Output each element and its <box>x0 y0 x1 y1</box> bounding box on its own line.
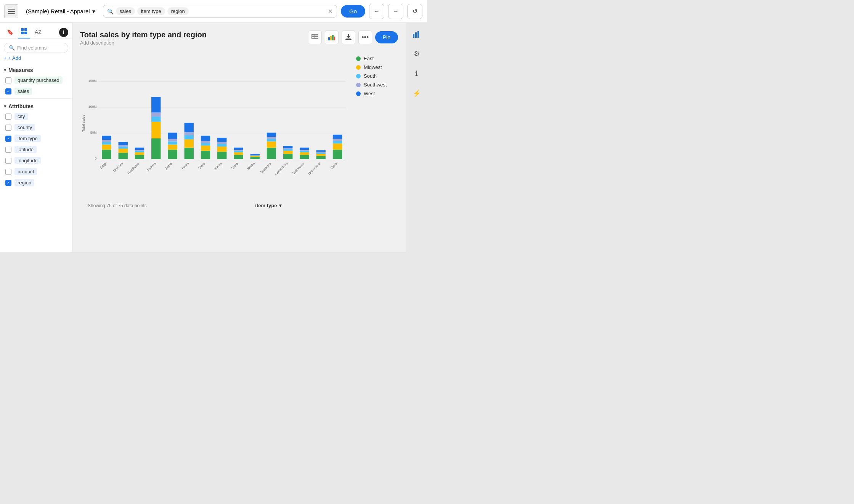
bar-segment[interactable] <box>300 152 309 155</box>
col-label-county[interactable]: county <box>14 124 35 131</box>
checkbox-quantity[interactable] <box>5 77 11 83</box>
search-tag-region[interactable]: region <box>167 7 189 15</box>
bar-segment[interactable] <box>151 117 161 122</box>
bar-segment[interactable] <box>283 148 292 149</box>
dropdown-icon[interactable]: ▾ <box>279 203 282 208</box>
bar-segment[interactable] <box>283 154 292 159</box>
measures-section-header[interactable]: ▾ Measures <box>0 64 72 75</box>
bar-segment[interactable] <box>234 152 243 155</box>
find-columns-input[interactable]: 🔍 Find columns <box>4 43 68 53</box>
bar-segment[interactable] <box>333 139 342 141</box>
bar-segment[interactable] <box>300 155 309 159</box>
tab-az[interactable]: AZ <box>32 27 45 38</box>
bar-segment[interactable] <box>217 142 226 144</box>
checkbox-sales[interactable] <box>5 88 11 94</box>
checkbox-longitude[interactable] <box>5 158 11 164</box>
checkbox-region[interactable] <box>5 180 11 186</box>
bar-segment[interactable] <box>234 150 243 151</box>
bar-segment[interactable] <box>151 112 161 117</box>
bar-segment[interactable] <box>119 153 128 159</box>
col-label-product[interactable]: product <box>14 168 37 175</box>
bar-segment[interactable] <box>217 144 226 147</box>
checkbox-latitude[interactable] <box>5 147 11 153</box>
bar-segment[interactable] <box>135 155 144 159</box>
chart-subtitle[interactable]: Add description <box>80 40 207 46</box>
bar-segment[interactable] <box>102 150 111 159</box>
back-button[interactable]: ← <box>369 4 384 19</box>
bar-segment[interactable] <box>250 155 260 155</box>
bar-segment[interactable] <box>267 141 276 147</box>
bar-segment[interactable] <box>119 142 128 145</box>
bar-segment[interactable] <box>168 141 177 144</box>
bar-segment[interactable] <box>201 146 210 151</box>
bar-segment[interactable] <box>185 135 194 139</box>
bar-segment[interactable] <box>300 148 309 150</box>
col-label-longitude[interactable]: longitude <box>14 157 41 164</box>
col-label-city[interactable]: city <box>14 113 28 120</box>
col-label-quantity[interactable]: quantity purchased <box>14 77 63 84</box>
bar-chart-icon[interactable] <box>409 27 424 41</box>
checkbox-product[interactable] <box>5 169 11 175</box>
bar-segment[interactable] <box>333 150 342 159</box>
dataset-selector[interactable]: (Sample) Retail - Apparel ▾ <box>22 6 99 17</box>
bar-segment[interactable] <box>267 137 276 139</box>
search-clear-button[interactable]: ✕ <box>328 8 333 15</box>
bar-segment[interactable] <box>168 139 177 141</box>
bar-segment[interactable] <box>135 152 144 155</box>
pin-button[interactable]: Pin <box>375 31 398 43</box>
more-options-button[interactable]: ••• <box>358 30 372 44</box>
bar-segment[interactable] <box>135 150 144 151</box>
bar-segment[interactable] <box>102 140 111 142</box>
bar-segment[interactable] <box>119 149 128 153</box>
bar-segment[interactable] <box>267 139 276 141</box>
col-label-region[interactable]: region <box>14 179 34 186</box>
bar-segment[interactable] <box>201 143 210 146</box>
bar-segment[interactable] <box>234 151 243 152</box>
bar-segment[interactable] <box>185 132 194 135</box>
col-label-sales[interactable]: sales <box>14 88 32 95</box>
bar-segment[interactable] <box>201 136 210 141</box>
bar-segment[interactable] <box>267 133 276 137</box>
attributes-section-header[interactable]: ▾ Attributes <box>0 100 72 111</box>
bar-segment[interactable] <box>267 148 276 159</box>
checkbox-county[interactable] <box>5 125 11 131</box>
forward-button[interactable]: → <box>388 4 403 19</box>
bar-segment[interactable] <box>316 152 326 153</box>
bar-segment[interactable] <box>119 147 128 149</box>
bar-segment[interactable] <box>283 151 292 154</box>
bar-segment[interactable] <box>119 145 128 147</box>
bar-segment[interactable] <box>250 155 260 156</box>
bar-segment[interactable] <box>283 149 292 151</box>
bar-segment[interactable] <box>168 150 177 159</box>
bar-segment[interactable] <box>283 146 292 148</box>
bar-segment[interactable] <box>168 144 177 150</box>
bar-segment[interactable] <box>102 136 111 140</box>
bar-segment[interactable] <box>201 141 210 143</box>
info-icon[interactable]: ℹ <box>409 66 424 81</box>
bar-segment[interactable] <box>217 152 226 159</box>
bar-segment[interactable] <box>316 156 326 159</box>
bar-segment[interactable] <box>135 148 144 150</box>
go-button[interactable]: Go <box>341 5 365 18</box>
bar-segment[interactable] <box>333 144 342 150</box>
bar-segment[interactable] <box>333 135 342 139</box>
bar-segment[interactable] <box>217 138 226 142</box>
bar-segment[interactable] <box>234 155 243 159</box>
bar-segment[interactable] <box>151 97 161 112</box>
bar-segment[interactable] <box>316 153 326 154</box>
col-label-latitude[interactable]: latitude <box>14 146 37 153</box>
table-view-button[interactable] <box>308 30 322 44</box>
bar-segment[interactable] <box>250 157 260 159</box>
bar-segment[interactable] <box>185 139 194 148</box>
bar-segment[interactable] <box>185 123 194 132</box>
bar-segment[interactable] <box>135 151 144 152</box>
chart-view-button[interactable] <box>325 30 339 44</box>
bar-segment[interactable] <box>300 151 309 152</box>
checkbox-city[interactable] <box>5 114 11 120</box>
bar-segment[interactable] <box>151 138 161 159</box>
bar-segment[interactable] <box>316 154 326 156</box>
tab-bookmark[interactable]: 🔖 <box>4 27 16 38</box>
checkbox-itemtype[interactable] <box>5 136 11 142</box>
bar-segment[interactable] <box>234 148 243 150</box>
col-label-itemtype[interactable]: item type <box>14 135 41 142</box>
